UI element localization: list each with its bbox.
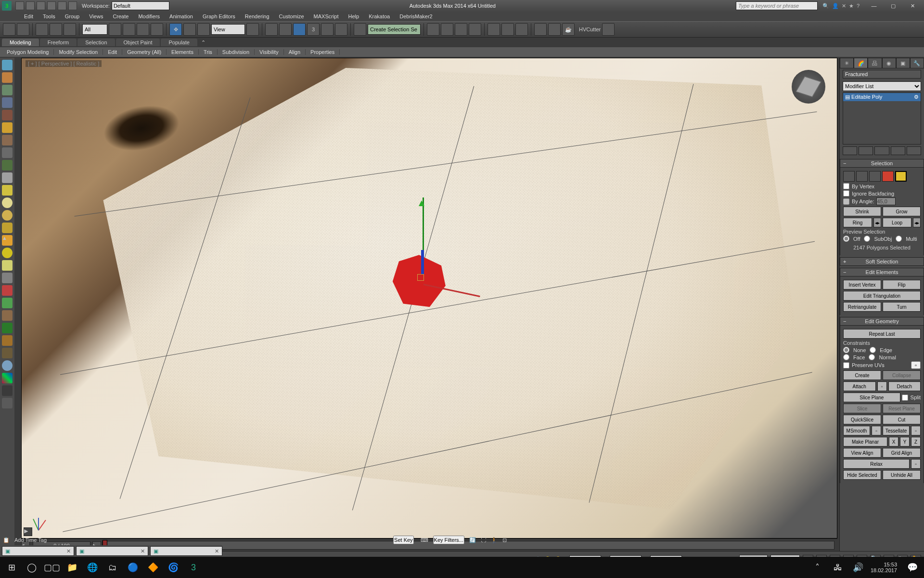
menu-grapheditors[interactable]: Graph Editors: [198, 13, 240, 19]
qat-open-icon[interactable]: [26, 1, 35, 10]
nav-orbit-icon[interactable]: 🔄: [469, 537, 476, 543]
menu-debrismaker[interactable]: DebrisMaker2: [395, 13, 437, 19]
remove-modifier-icon[interactable]: [891, 146, 905, 155]
subobj-polygon-icon[interactable]: [882, 171, 894, 182]
tool-icon[interactable]: [2, 147, 13, 158]
tool-icon[interactable]: [2, 373, 13, 383]
constraint-normal-radio[interactable]: [869, 354, 875, 360]
preserve-uvs-checkbox[interactable]: [843, 362, 849, 368]
window-crossing-icon[interactable]: [151, 23, 163, 36]
view-align-button[interactable]: View Align: [843, 448, 881, 458]
select-manipulate-icon[interactable]: [265, 23, 278, 36]
link-icon[interactable]: [36, 23, 48, 36]
make-planar-button[interactable]: Make Planar: [843, 437, 887, 447]
cut-button[interactable]: Cut: [883, 415, 921, 424]
tool-icon[interactable]: [2, 110, 13, 120]
app-icon[interactable]: 🌀: [166, 560, 181, 575]
preview-multi-radio[interactable]: [896, 236, 902, 242]
tab-close-icon[interactable]: ✕: [215, 548, 219, 554]
preview-subobj-radio[interactable]: [864, 236, 870, 242]
tool-icon[interactable]: [2, 60, 13, 70]
split-checkbox[interactable]: [902, 394, 908, 401]
vlc-icon[interactable]: 🔶: [145, 560, 161, 575]
tool-icon[interactable]: [2, 273, 13, 283]
constraint-face-radio[interactable]: [843, 354, 849, 360]
keyfilters-button[interactable]: Key Filters...: [433, 536, 464, 544]
ignore-backfacing-checkbox[interactable]: [843, 190, 849, 197]
planar-z-button[interactable]: Z: [911, 437, 921, 447]
retriangulate-button[interactable]: Retriangulate: [843, 302, 881, 312]
tab-populate[interactable]: Populate: [161, 39, 197, 46]
preview-off-radio[interactable]: [843, 236, 849, 242]
quickslice-button[interactable]: QuickSlice: [843, 415, 881, 424]
layers-icon[interactable]: [455, 23, 467, 36]
tool-icon[interactable]: [2, 310, 13, 321]
undo-icon[interactable]: [3, 23, 15, 36]
tool-icon[interactable]: [2, 298, 13, 308]
rendered-frame-icon[interactable]: [548, 23, 561, 36]
attach-list-icon[interactable]: ▫: [877, 381, 887, 391]
start-icon[interactable]: ⊞: [4, 560, 19, 575]
tab-modify-icon[interactable]: 🌈: [854, 58, 868, 68]
tray-up-icon[interactable]: ˄: [810, 560, 825, 575]
by-angle-checkbox[interactable]: [843, 198, 849, 205]
preserve-uvs-settings-icon[interactable]: ▫: [911, 361, 921, 369]
setkey-button[interactable]: Set Key: [393, 536, 414, 544]
tool-icon[interactable]: [2, 285, 13, 296]
menu-group[interactable]: Group: [60, 13, 85, 19]
show-end-result-icon[interactable]: [859, 146, 873, 155]
mirror-icon[interactable]: [427, 23, 439, 36]
select-by-name-icon[interactable]: [123, 23, 135, 36]
loop-spinner[interactable]: ◂▸: [913, 218, 921, 227]
qat-new-icon[interactable]: [15, 1, 24, 10]
slice-plane-button[interactable]: Slice Plane: [843, 393, 900, 402]
by-vertex-checkbox[interactable]: [843, 183, 849, 189]
material-editor-icon[interactable]: [515, 23, 528, 36]
menu-rendering[interactable]: Rendering: [240, 13, 274, 19]
chrome-icon[interactable]: 🌐: [85, 560, 100, 575]
tool-icon[interactable]: [2, 172, 13, 183]
grow-button[interactable]: Grow: [883, 207, 921, 216]
scene-tab[interactable]: ▣✕: [76, 546, 148, 556]
attach-button[interactable]: Attach: [843, 381, 876, 391]
rollout-soft-selection[interactable]: +Soft Selection: [840, 257, 924, 266]
torus-icon[interactable]: [2, 248, 13, 258]
bind-spacewarp-icon[interactable]: [64, 23, 76, 36]
viewport[interactable]: [ + ] [ Perspective ] [ Realistic ] ▶: [21, 58, 837, 539]
tray-volume-icon[interactable]: 🔊: [850, 560, 866, 575]
select-move-icon[interactable]: ✥: [169, 23, 182, 36]
cone-icon[interactable]: ▲: [2, 235, 13, 246]
rollout-edit-geometry[interactable]: −Edit Geometry: [840, 317, 924, 326]
tab-display-icon[interactable]: ▣: [896, 58, 910, 68]
group-subdivision[interactable]: Subdivision: [218, 49, 255, 55]
group-geometry[interactable]: Geometry (All): [122, 49, 167, 55]
group-modifyselection[interactable]: Modify Selection: [54, 49, 103, 55]
taskview-icon[interactable]: ▢▢: [44, 560, 60, 575]
cortana-icon[interactable]: ◯: [24, 560, 39, 575]
configure-sets-icon[interactable]: [907, 146, 921, 155]
tool-icon[interactable]: [2, 160, 13, 171]
tool-icon[interactable]: [2, 348, 13, 358]
tab-modeling[interactable]: Modeling: [2, 39, 39, 46]
subobj-element-icon[interactable]: [895, 171, 907, 182]
pivot-icon[interactable]: [246, 23, 259, 36]
tab-close-icon[interactable]: ✕: [141, 548, 145, 554]
light-icon[interactable]: [2, 122, 13, 133]
exchange-icon[interactable]: ✕: [842, 3, 846, 9]
menu-krakatoa[interactable]: Krakatoa: [364, 13, 395, 19]
schematic-view-icon[interactable]: [501, 23, 514, 36]
render-icon[interactable]: ☕: [562, 23, 575, 36]
group-edit[interactable]: Edit: [103, 49, 122, 55]
snap-toggle-icon[interactable]: [293, 23, 306, 36]
pin-stack-icon[interactable]: [843, 146, 857, 155]
app-icon[interactable]: 3: [2, 1, 12, 11]
relax-button[interactable]: Relax: [843, 459, 910, 469]
graphite-toggle-icon[interactable]: [469, 23, 481, 36]
help-icon[interactable]: ?: [857, 3, 860, 9]
repeat-last-button[interactable]: Repeat Last: [843, 329, 921, 339]
keyboard-shortcut-icon[interactable]: [279, 23, 292, 36]
constraint-edge-radio[interactable]: [870, 347, 876, 353]
hide-selected-button[interactable]: Hide Selected: [843, 470, 881, 480]
turn-button[interactable]: Turn: [883, 302, 921, 312]
group-visibility[interactable]: Visibility: [255, 49, 284, 55]
